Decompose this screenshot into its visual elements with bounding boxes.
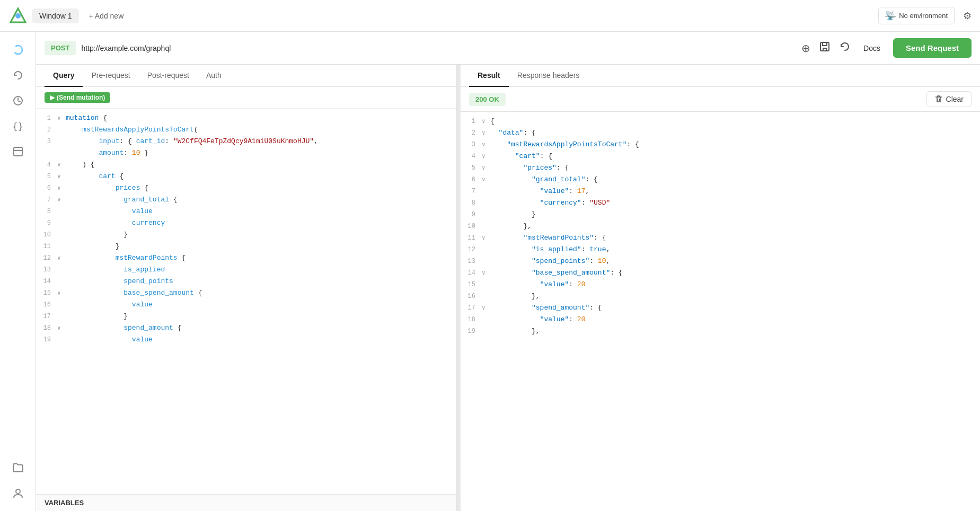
resend-icon[interactable]	[839, 41, 851, 55]
no-env-label: No environment	[899, 12, 948, 20]
sidebar: {}	[0, 32, 36, 511]
app-logo	[8, 6, 28, 25]
svg-point-6	[16, 489, 20, 494]
add-icon[interactable]: ⊕	[801, 42, 810, 55]
result-line-1: 1 ∨ {	[461, 116, 980, 128]
variables-bar[interactable]: VARIABLES	[36, 494, 456, 511]
sidebar-item-person[interactable]	[6, 481, 30, 505]
left-tabs: Query Pre-request Post-request Auth	[36, 65, 456, 87]
left-pane: Query Pre-request Post-request Auth ▶ (S…	[36, 65, 457, 511]
right-tabs: Result Response headers	[461, 65, 980, 87]
tab-result[interactable]: Result	[469, 65, 509, 87]
query-line-18: 18 ∨ spend_amount {	[36, 323, 456, 334]
query-line-17: 17 }	[36, 311, 456, 323]
clear-label: Clear	[946, 95, 964, 103]
result-line-5: 5 ∨ "prices": {	[461, 163, 980, 174]
send-request-button[interactable]: Send Request	[893, 38, 972, 58]
sidebar-item-folder[interactable]	[6, 456, 30, 479]
tab-pre-request[interactable]: Pre-request	[83, 65, 138, 87]
svg-rect-7	[820, 42, 829, 51]
sidebar-item-refresh[interactable]	[6, 64, 30, 87]
sidebar-item-loading[interactable]	[6, 38, 30, 61]
status-badge: 200 OK	[469, 93, 506, 106]
url-actions: ⊕ Docs Send Request	[801, 38, 972, 58]
result-line-7: 7 "value": 17,	[461, 186, 980, 198]
result-line-9: 9 }	[461, 209, 980, 221]
method-badge[interactable]: POST	[45, 41, 76, 55]
result-line-8: 8 "currency": "USD"	[461, 198, 980, 209]
svg-point-2	[14, 46, 22, 54]
query-line-4: 4 ∨ ) {	[36, 160, 456, 171]
result-line-2: 2 ∨ "data": {	[461, 128, 980, 139]
query-line-5: 5 ∨ cart {	[36, 171, 456, 183]
query-line-9: 9 currency	[36, 218, 456, 230]
result-line-12: 12 "is_applied": true,	[461, 244, 980, 256]
no-environment-button[interactable]: 📡 No environment	[878, 7, 955, 24]
main-layout: {} POST ⊕ Docs Send Reques	[0, 32, 980, 511]
play-icon: ▶	[50, 94, 55, 101]
result-line-17: 17 ∨ "spend_amount": {	[461, 303, 980, 314]
content-area: POST ⊕ Docs Send Request Query Pre-re	[36, 32, 980, 511]
tab-auth[interactable]: Auth	[198, 65, 230, 87]
svg-rect-8	[823, 48, 826, 51]
result-line-13: 13 "spend_points": 10,	[461, 256, 980, 268]
tab-query[interactable]: Query	[45, 65, 83, 87]
result-code-area: 1 ∨ { 2 ∨ "data": { 3	[461, 112, 980, 342]
query-line-13: 13 is_applied	[36, 265, 456, 276]
settings-icon[interactable]: ⚙	[963, 10, 972, 22]
sidebar-item-history[interactable]	[6, 89, 30, 112]
result-line-4: 4 ∨ "cart": {	[461, 151, 980, 163]
result-editor[interactable]: 1 ∨ { 2 ∨ "data": { 3	[461, 112, 980, 511]
result-line-10: 10 },	[461, 221, 980, 233]
result-line-11: 11 ∨ "mstRewardPoints": {	[461, 233, 980, 244]
clear-button[interactable]: Clear	[926, 91, 972, 107]
top-bar-left: Window 1 + Add new	[8, 6, 129, 25]
top-bar: Window 1 + Add new 📡 No environment ⚙	[0, 0, 980, 32]
top-bar-right: 📡 No environment ⚙	[878, 7, 972, 24]
query-line-3: 3 input: { cart_id: "W2CfFQ4FeTpZdQcy9A1…	[36, 136, 456, 148]
result-line-19: 19 },	[461, 326, 980, 338]
sidebar-item-box[interactable]	[6, 140, 30, 163]
query-line-14: 14 spend_points	[36, 276, 456, 288]
no-wifi-icon: 📡	[885, 11, 896, 21]
query-line-19: 19 value	[36, 334, 456, 346]
query-line-11: 11 }	[36, 241, 456, 253]
query-editor[interactable]: 1 ∨ mutation { 2 mstRewardsApplyPointsTo…	[36, 109, 456, 494]
query-line-10: 10 }	[36, 230, 456, 241]
query-line-16: 16 value	[36, 299, 456, 311]
sidebar-item-braces[interactable]: {}	[6, 114, 30, 138]
tab-response-headers[interactable]: Response headers	[509, 65, 588, 87]
svg-point-1	[15, 13, 21, 19]
query-line-7: 7 ∨ grand_total {	[36, 195, 456, 206]
query-line-3b: amount: 10 }	[36, 148, 456, 160]
result-line-3: 3 ∨ "mstRewardsApplyPointsToCart": {	[461, 139, 980, 151]
result-line-6: 6 ∨ "grand_total": {	[461, 174, 980, 186]
result-line-18: 18 "value": 20	[461, 314, 980, 326]
query-line-15: 15 ∨ base_spend_amount {	[36, 288, 456, 299]
tab-post-request[interactable]: Post-request	[139, 65, 198, 87]
send-mutation-button[interactable]: ▶ (Send mutation)	[45, 92, 110, 103]
query-line-12: 12 ∨ mstRewardPoints {	[36, 253, 456, 265]
right-pane: Result Response headers 200 OK Clear 1	[461, 65, 980, 511]
query-line-8: 8 value	[36, 206, 456, 218]
url-input[interactable]	[81, 44, 796, 52]
result-header: 200 OK Clear	[461, 87, 980, 112]
query-line-2: 2 mstRewardsApplyPointsToCart(	[36, 125, 456, 136]
trash-icon	[934, 95, 943, 103]
svg-rect-4	[14, 147, 22, 156]
url-bar: POST ⊕ Docs Send Request	[36, 32, 980, 65]
result-line-16: 16 },	[461, 291, 980, 303]
docs-button[interactable]: Docs	[859, 41, 885, 56]
save-icon[interactable]	[819, 41, 831, 55]
add-new-button[interactable]: + Add new	[83, 8, 129, 23]
split-pane: Query Pre-request Post-request Auth ▶ (S…	[36, 65, 980, 511]
window-tab[interactable]: Window 1	[32, 8, 79, 23]
query-line-6: 6 ∨ prices {	[36, 183, 456, 195]
query-code-area: 1 ∨ mutation { 2 mstRewardsApplyPointsTo…	[36, 109, 456, 350]
result-line-15: 15 "value": 20	[461, 279, 980, 291]
query-line-1: 1 ∨ mutation {	[36, 113, 456, 125]
query-action-bar: ▶ (Send mutation)	[36, 87, 456, 109]
send-mutation-label: (Send mutation)	[57, 94, 105, 101]
result-line-14: 14 ∨ "base_spend_amount": {	[461, 268, 980, 279]
